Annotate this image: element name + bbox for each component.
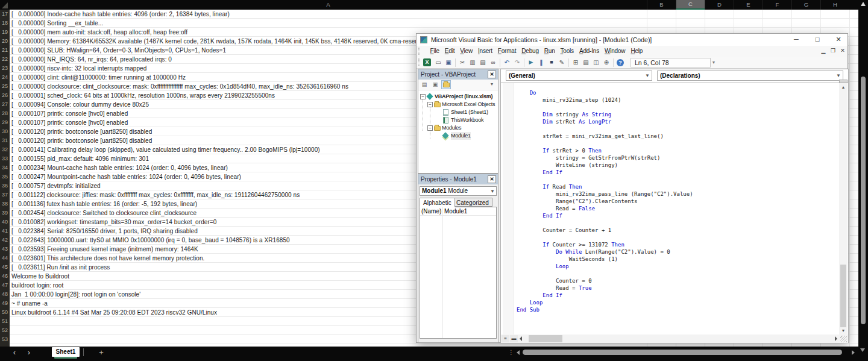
tab-categorized[interactable]: Categorized	[453, 198, 492, 207]
menu-tools[interactable]: Tools	[558, 46, 576, 57]
code-editor[interactable]: Do mini_rv32ima_step (1024)​ Dim stringy…	[501, 82, 848, 342]
save-icon[interactable]: ▣	[444, 58, 453, 67]
column-header-c[interactable]: C	[676, 0, 705, 10]
row-header-33[interactable]: 33	[0, 154, 10, 163]
object-dropdown[interactable]: (General)▼	[506, 71, 652, 81]
row-header-23[interactable]: 23	[0, 64, 10, 73]
scrollbar-grip-icon[interactable]: ⋮	[508, 348, 513, 357]
cell-a45[interactable]: [ 0.023611] Run /init as init process	[11, 263, 110, 272]
tab-alphabetic[interactable]: Alphabetic	[420, 198, 455, 207]
mdi-restore-icon[interactable]: ❐	[828, 47, 838, 55]
cell-a38[interactable]: [ 0.001136] futex hash table entries: 16…	[11, 199, 197, 209]
toolbox-icon[interactable]: ⊕	[602, 58, 611, 67]
row-header-43[interactable]: 43	[0, 245, 10, 254]
menu-help[interactable]: Help	[628, 46, 646, 57]
cell-a27[interactable]: [ 0.000094] Console: colour dummy device…	[11, 100, 149, 109]
row-header-53[interactable]: 53	[0, 335, 10, 344]
code-hscroll-thumb[interactable]	[529, 335, 562, 342]
row-header-47[interactable]: 47	[0, 281, 10, 290]
menu-edit[interactable]: Edit	[442, 46, 457, 57]
tree-item-modules[interactable]: −Modules	[418, 124, 498, 132]
row-header-27[interactable]: 27	[0, 100, 10, 109]
vertical-scrollbar-thumb[interactable]	[861, 77, 866, 324]
menu-window[interactable]: Window	[602, 46, 627, 57]
cell-a37[interactable]: [ 0.001122] clocksource: jiffies: mask: …	[11, 190, 300, 199]
code-vertical-scrollbar[interactable]: ▲ ▼	[839, 83, 848, 334]
scroll-left-icon[interactable]	[517, 350, 520, 355]
row-header-24[interactable]: 24	[0, 73, 10, 82]
column-header-b[interactable]: B	[647, 0, 676, 10]
minimize-icon[interactable]: ─	[787, 34, 805, 46]
sheet-vertical-scrollbar[interactable]	[858, 0, 868, 347]
properties-window-icon[interactable]: ▤	[581, 58, 591, 67]
scroll-down-icon[interactable]: ▼	[839, 327, 848, 334]
code-horizontal-scrollbar[interactable]: ≡ ▬	[501, 334, 848, 343]
cell-a30[interactable]: [ 0.000120] printk: bootconsole [uart825…	[11, 127, 152, 136]
sheet-nav-next-icon[interactable]: ›	[24, 347, 34, 359]
scroll-right-icon[interactable]	[852, 350, 855, 355]
row-header-19[interactable]: 19	[0, 28, 10, 37]
column-header-g[interactable]: G	[791, 0, 820, 10]
row-header-21[interactable]: 21	[0, 46, 10, 55]
code-text[interactable]: Do mini_rv32ima_step (1024)​ Dim stringy…	[517, 89, 693, 313]
cell-a48[interactable]: Jan 1 00:00:00 login[28]: root login on …	[11, 290, 140, 299]
view-code-icon[interactable]: ▤	[420, 80, 429, 89]
design-mode-icon[interactable]: ✎	[557, 58, 567, 67]
row-header-50[interactable]: 50	[0, 308, 10, 317]
cell-a49[interactable]: ~ # uname -a	[11, 299, 48, 308]
procedure-dropdown[interactable]: (Declarations)▼	[657, 71, 843, 81]
cell-a21[interactable]: [ 0.000000] SLUB: HWalign=64, Order=0-3,…	[11, 46, 226, 55]
row-header-31[interactable]: 31	[0, 136, 10, 145]
menu-debug[interactable]: Debug	[519, 46, 541, 57]
row-header-51[interactable]: 51	[0, 317, 10, 326]
scroll-right-icon[interactable]	[835, 336, 837, 341]
row-header-20[interactable]: 20	[0, 37, 10, 46]
cell-a43[interactable]: [ 0.023593] Freeing unused kernel image …	[11, 245, 198, 254]
row-header-22[interactable]: 22	[0, 55, 10, 64]
cell-a20[interactable]: [ 0.000000] Memory: 61384K/65532K availa…	[11, 37, 429, 46]
collapse-icon[interactable]: −	[427, 125, 433, 131]
menu-view[interactable]: View	[458, 46, 476, 57]
row-header-34[interactable]: 34	[0, 163, 10, 172]
column-header-a[interactable]: A	[10, 0, 647, 10]
property-row[interactable]: (Name) Module1	[420, 207, 496, 216]
cell-a29[interactable]: [ 0.000107] printk: console [hvc0] enabl…	[11, 118, 128, 127]
tree-item-module1[interactable]: Module1	[418, 132, 498, 140]
cell-a46[interactable]: Welcome to Buildroot	[11, 272, 69, 281]
row-header-44[interactable]: 44	[0, 254, 10, 263]
row-header-52[interactable]: 52	[0, 326, 10, 335]
row-header-26[interactable]: 26	[0, 91, 10, 100]
close-icon[interactable]: ✕	[829, 34, 848, 46]
scroll-left-icon[interactable]	[520, 336, 522, 341]
tree-item-microsoft-excel-objects[interactable]: −Microsoft Excel Objects	[418, 101, 498, 108]
row-header-36[interactable]: 36	[0, 181, 10, 190]
copy-icon[interactable]: ▥	[468, 58, 477, 67]
break-icon[interactable]: ∥	[536, 58, 546, 67]
row-header-45[interactable]: 45	[0, 263, 10, 272]
cell-a42[interactable]: [ 0.022643] 10000000.uart: ttyS0 at MMIO…	[11, 236, 290, 245]
cell-a22[interactable]: [ 0.000000] NR_IRQS: 64, nr_irqs: 64, pr…	[11, 55, 172, 64]
resize-grip-icon[interactable]	[840, 336, 847, 342]
cell-a17[interactable]: [ 0.000000] Inode-cache hash table entri…	[11, 10, 230, 19]
code-vscroll-thumb[interactable]	[840, 265, 846, 327]
menu-insert[interactable]: Insert	[475, 46, 495, 57]
row-header-17[interactable]: 17	[0, 10, 10, 19]
column-header-f[interactable]: F	[763, 0, 791, 10]
object-browser-icon[interactable]: ◫	[591, 58, 601, 67]
cell-a47[interactable]: buildroot login: root	[11, 281, 63, 290]
undo-icon[interactable]: ↶	[502, 58, 512, 67]
row-header-32[interactable]: 32	[0, 145, 10, 154]
scroll-up-icon[interactable]	[861, 2, 866, 6]
paste-icon[interactable]: ▤	[478, 58, 488, 67]
row-header-42[interactable]: 42	[0, 236, 10, 245]
properties-object-dropdown[interactable]: Module1 Module▼	[420, 186, 497, 196]
row-header-46[interactable]: 46	[0, 272, 10, 281]
cell-a32[interactable]: [ 0.000141] Calibrating delay loop (skip…	[11, 145, 320, 154]
sheet-tab[interactable]: Sheet1	[52, 347, 80, 357]
project-toolbar-overflow-icon[interactable]: ▼	[487, 80, 497, 89]
insert-userform-icon[interactable]: ▭	[433, 58, 443, 67]
cell-a28[interactable]: [ 0.000107] printk: console [hvc0] enabl…	[11, 109, 128, 118]
maximize-icon[interactable]: □	[808, 34, 826, 46]
row-header-40[interactable]: 40	[0, 218, 10, 227]
excel-icon[interactable]: X	[423, 58, 431, 66]
